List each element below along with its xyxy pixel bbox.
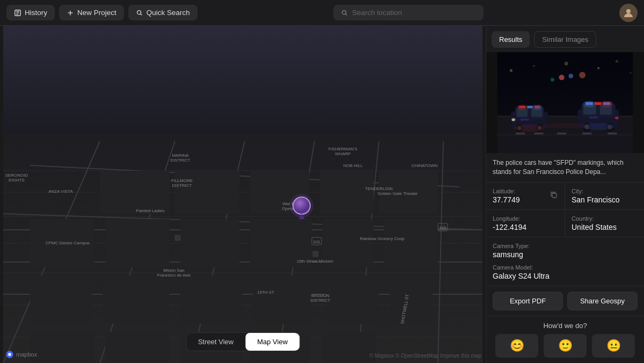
emoji-sad-button[interactable]: 😐 [592, 334, 635, 358]
svg-rect-41 [384, 219, 438, 267]
svg-point-90 [8, 353, 11, 355]
result-image: SFPD [486, 52, 644, 153]
avatar[interactable] [619, 4, 638, 22]
svg-text:CPMC Davies Campus: CPMC Davies Campus [46, 241, 90, 245]
svg-point-6 [137, 10, 141, 14]
svg-text:101: 101 [313, 239, 320, 244]
svg-text:NOB HILL: NOB HILL [343, 163, 363, 168]
result-description: The police cars have "SFPD" markings, wh… [486, 153, 644, 183]
map-area[interactable]: MARINA DISTRICT FISHERMAN'S WHARF NOB HI… [0, 26, 486, 363]
svg-rect-146 [552, 193, 557, 198]
svg-rect-52 [323, 332, 376, 363]
new-project-button[interactable]: New Project [59, 5, 124, 20]
svg-text:EIGHTS: EIGHTS [9, 178, 25, 183]
svg-text:FISHERMAN'S: FISHERMAN'S [328, 147, 357, 151]
map-view-button[interactable]: Map View [245, 333, 299, 351]
history-button[interactable]: History [6, 5, 55, 20]
svg-text:Painted Ladies: Painted Ladies [136, 208, 165, 213]
svg-line-9 [346, 13, 347, 15]
svg-text:19TH ST: 19TH ST [257, 290, 274, 295]
svg-rect-47 [390, 275, 433, 324]
longitude-cell: Longitude: -122.4194 [486, 210, 565, 237]
city-cell: City: San Francisco [565, 183, 644, 210]
svg-text:Francisco de Asis: Francisco de Asis [157, 273, 191, 278]
svg-line-7 [141, 13, 142, 15]
main-content: MARINA DISTRICT FISHERMAN'S WHARF NOB HI… [0, 26, 644, 363]
emoji-happy-button[interactable]: 😊 [495, 334, 538, 358]
svg-text:CHINATOWN: CHINATOWN [412, 163, 438, 168]
share-geospy-button[interactable]: Share Geospy [567, 292, 638, 310]
map-canvas: MARINA DISTRICT FISHERMAN'S WHARF NOB HI… [0, 26, 486, 363]
panel-tabs: Results Similar Images [486, 26, 644, 48]
svg-rect-45 [253, 275, 312, 324]
svg-rect-84 [313, 251, 318, 257]
svg-rect-46 [325, 275, 379, 324]
svg-rect-34 [320, 171, 374, 214]
tab-results[interactable]: Results [492, 31, 530, 48]
svg-rect-49 [105, 332, 170, 363]
svg-text:Rainbow Grocery Coop: Rainbow Grocery Coop [360, 236, 405, 241]
latitude-cell: Latitude: 37.7749 [486, 183, 565, 210]
svg-rect-32 [175, 171, 239, 214]
metadata-grid: Latitude: 37.7749 City: San Francisco [486, 183, 644, 237]
search-location-input[interactable]: Search location [333, 5, 484, 20]
search-location-wrap: Search location [202, 5, 615, 20]
svg-text:TENDERLOIN: TENDERLOIN [365, 186, 393, 191]
export-pdf-button[interactable]: Export PDF [493, 292, 563, 310]
tab-similar-images[interactable]: Similar Images [534, 31, 596, 48]
svg-text:MARINA: MARINA [172, 153, 189, 158]
svg-text:FILLMORE: FILLMORE [171, 178, 193, 183]
street-view-button[interactable]: Street View [186, 333, 245, 351]
topnav: History New Project Quick Search Search … [0, 0, 644, 26]
svg-text:WHARF: WHARF [335, 151, 350, 156]
svg-rect-44 [180, 275, 242, 324]
emoji-neutral-button[interactable]: 🙂 [544, 334, 587, 358]
svg-rect-145 [497, 52, 633, 153]
svg-text:101: 101 [439, 226, 447, 230]
svg-rect-37 [105, 219, 170, 267]
view-toggle: Street View Map View [186, 332, 300, 351]
svg-text:DISTRICT: DISTRICT [172, 183, 192, 188]
emoji-row: 😊 🙂 😐 [493, 334, 638, 358]
camera-section: Camera Type: samsung Camera Model: Galax… [486, 237, 644, 286]
feedback-section: How'd we do? 😊 🙂 😐 [486, 316, 644, 363]
svg-text:SERONOID: SERONOID [5, 173, 28, 178]
copy-coords-icon[interactable] [550, 191, 558, 201]
svg-rect-38 [180, 219, 239, 267]
country-cell: Country: United States [565, 210, 644, 237]
svg-text:MISSION: MISSION [311, 293, 330, 298]
map-svg: MARINA DISTRICT FISHERMAN'S WHARF NOB HI… [0, 26, 486, 363]
svg-rect-42 [30, 275, 92, 324]
svg-text:Mision San: Mision San [163, 268, 185, 273]
mapbox-logo: mapbox [5, 350, 37, 359]
svg-text:DISTRICT: DISTRICT [171, 158, 191, 163]
svg-rect-31 [100, 171, 170, 214]
svg-text:ANZA VISTA: ANZA VISTA [48, 189, 73, 194]
svg-text:DISTRICT: DISTRICT [311, 298, 331, 303]
svg-rect-43 [103, 275, 170, 324]
svg-rect-11 [3, 26, 482, 144]
action-buttons: Export PDF Share Geospy [486, 286, 644, 316]
svg-text:16th Street Mission: 16th Street Mission [297, 259, 333, 264]
right-panel: Results Similar Images [486, 26, 644, 363]
svg-point-10 [626, 9, 631, 13]
quick-search-button[interactable]: Quick Search [128, 5, 197, 20]
map-attribution: © Mapbox © OpenStreetMap Improve this ma… [369, 353, 481, 359]
svg-rect-85 [175, 235, 180, 241]
svg-point-8 [342, 10, 346, 14]
svg-text:Golden Gate Theater: Golden Gate Theater [377, 191, 418, 196]
svg-rect-48 [30, 332, 94, 363]
